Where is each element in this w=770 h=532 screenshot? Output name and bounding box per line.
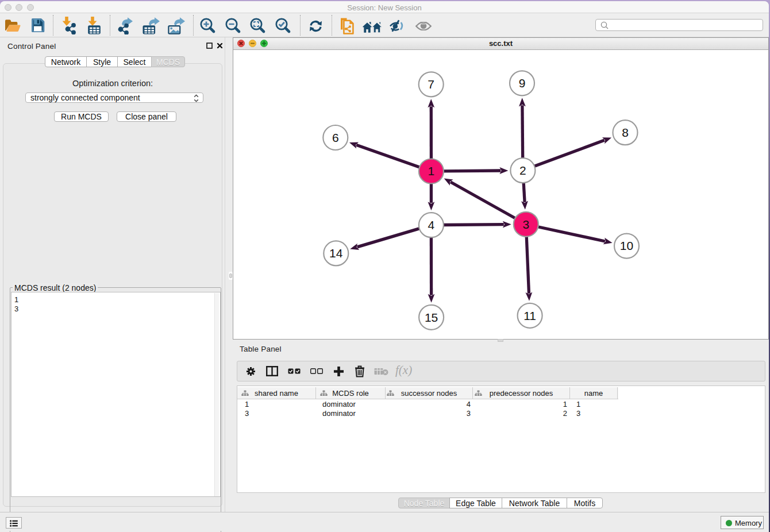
svg-text:4: 4 <box>428 218 435 232</box>
svg-text:2: 2 <box>519 164 526 177</box>
svg-text:10: 10 <box>620 239 633 252</box>
svg-text:7: 7 <box>428 78 434 91</box>
svg-text:11: 11 <box>523 309 536 322</box>
svg-text:3: 3 <box>522 218 529 231</box>
svg-text:9: 9 <box>519 76 526 90</box>
svg-text:6: 6 <box>332 131 339 144</box>
svg-text:14: 14 <box>329 246 343 260</box>
svg-text:8: 8 <box>622 126 629 139</box>
svg-text:15: 15 <box>425 311 438 324</box>
svg-text:1: 1 <box>428 164 435 178</box>
